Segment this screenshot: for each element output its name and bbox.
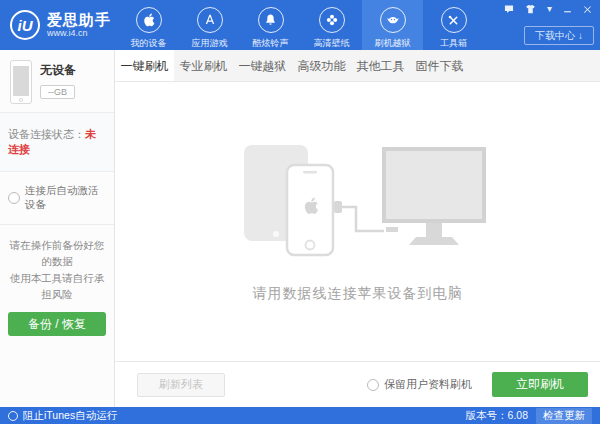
device-thumbnail-icon <box>10 60 32 104</box>
flash-action-bar: 刷新列表 保留用户资料刷机 立即刷机 <box>115 361 600 407</box>
status-bar: 阻止iTunes自动运行 版本号：6.08 检查更新 <box>0 407 600 424</box>
tab-one-key-flash[interactable]: 一键刷机 <box>115 50 174 81</box>
flash-tabbar: 一键刷机 专业刷机 一键越狱 高级功能 其他工具 固件下载 <box>115 50 600 82</box>
nav-label: 我的设备 <box>131 37 167 50</box>
nav-item-my-devices[interactable]: 我的设备 <box>118 0 179 50</box>
block-itunes-label: 阻止iTunes自动运行 <box>23 409 117 423</box>
app-window: iU 爱思助手 www.i4.cn 我的设备 应用游戏 <box>0 0 600 424</box>
nav-item-wallpapers[interactable]: 高清壁纸 <box>301 0 362 50</box>
device-name: 无设备 <box>40 62 76 79</box>
keep-user-data-radio[interactable] <box>367 379 379 391</box>
device-summary: 无设备 --GB <box>0 50 114 113</box>
tab-other-tools[interactable]: 其他工具 <box>351 50 410 81</box>
nav-label: 高清壁纸 <box>314 37 350 50</box>
connect-hint-text: 请用数据线连接苹果设备到电脑 <box>253 285 463 303</box>
bell-icon <box>258 7 284 33</box>
download-arrow-icon: ↓ <box>578 30 583 41</box>
device-sidebar: 无设备 --GB 设备连接状态：未连接 连接后自动激活设备 请在操作前备份好您的… <box>0 50 115 407</box>
nav-item-ringtones[interactable]: 酷炫铃声 <box>240 0 301 50</box>
nav-item-apps-games[interactable]: 应用游戏 <box>179 0 240 50</box>
app-logo: iU 爱思助手 www.i4.cn <box>0 0 118 50</box>
block-itunes-radio[interactable] <box>8 411 18 421</box>
backup-restore-button[interactable]: 备份 / 恢复 <box>8 312 106 336</box>
download-center-label: 下载中心 <box>535 29 575 43</box>
window-controls: ▾ <box>504 4 592 14</box>
wrench-icon <box>441 7 467 33</box>
nav-label: 刷机越狱 <box>375 37 411 50</box>
device-illustration <box>230 141 486 267</box>
check-update-button[interactable]: 检查更新 <box>536 408 592 424</box>
auto-activate-option[interactable]: 连接后自动激活设备 <box>0 172 114 225</box>
backup-warning-text: 请在操作前备份好您的数据 使用本工具请自行承担风险 <box>0 225 114 302</box>
main-nav: 我的设备 应用游戏 酷炫铃声 高清壁纸 <box>118 0 484 50</box>
close-icon[interactable] <box>583 4 592 14</box>
tab-firmware-download[interactable]: 固件下载 <box>410 50 469 81</box>
warning-line-2: 使用本工具请自行承担风险 <box>6 270 108 303</box>
nav-item-flash-jailbreak[interactable]: 刷机越狱 <box>362 0 423 50</box>
menu-caret-icon[interactable]: ▾ <box>547 4 552 14</box>
appstore-icon <box>197 7 223 33</box>
connection-status: 设备连接状态：未连接 <box>0 113 114 172</box>
apple-icon <box>136 7 162 33</box>
nav-label: 工具箱 <box>440 37 467 50</box>
app-title: 爱思助手 <box>47 12 111 28</box>
tab-one-key-jailbreak[interactable]: 一键越狱 <box>233 50 292 81</box>
app-url: www.i4.cn <box>47 28 111 39</box>
download-center-button[interactable]: 下载中心 ↓ <box>524 26 594 45</box>
feedback-icon[interactable] <box>504 4 514 14</box>
auto-activate-radio[interactable] <box>8 192 20 204</box>
connect-device-panel: 请用数据线连接苹果设备到电脑 <box>115 82 600 361</box>
i4-logo-icon: iU <box>10 10 40 40</box>
version-text: 版本号：6.08 <box>466 409 528 423</box>
nav-label: 酷炫铃声 <box>253 37 289 50</box>
minimize-icon[interactable] <box>563 4 572 14</box>
flower-icon <box>319 7 345 33</box>
keep-user-data-option[interactable]: 保留用户资料刷机 <box>367 377 472 392</box>
nav-label: 应用游戏 <box>192 37 228 50</box>
block-itunes-option[interactable]: 阻止iTunes自动运行 <box>8 409 117 423</box>
header-bar: iU 爱思助手 www.i4.cn 我的设备 应用游戏 <box>0 0 600 50</box>
nav-item-toolbox[interactable]: 工具箱 <box>423 0 484 50</box>
auto-activate-label: 连接后自动激活设备 <box>25 184 106 212</box>
keep-user-data-label: 保留用户资料刷机 <box>384 377 472 392</box>
jailbreak-icon <box>380 7 406 33</box>
warning-line-1: 请在操作前备份好您的数据 <box>6 237 108 270</box>
tab-advanced-features[interactable]: 高级功能 <box>292 50 351 81</box>
main-panel: 一键刷机 专业刷机 一键越狱 高级功能 其他工具 固件下载 <box>115 50 600 407</box>
tab-pro-flash[interactable]: 专业刷机 <box>174 50 233 81</box>
refresh-list-button[interactable]: 刷新列表 <box>137 373 225 397</box>
skin-icon[interactable] <box>525 4 536 14</box>
device-capacity-badge: --GB <box>40 85 75 99</box>
flash-now-button[interactable]: 立即刷机 <box>492 372 588 397</box>
connection-status-label: 设备连接状态： <box>8 128 85 140</box>
